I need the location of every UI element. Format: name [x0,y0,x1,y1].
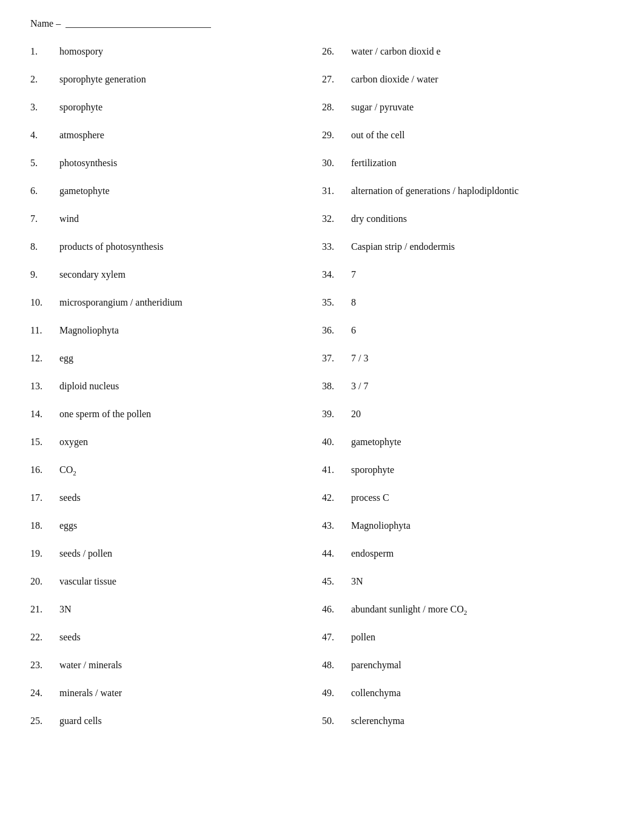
item-number: 3. [30,102,59,113]
item-answer: sclerenchyma [351,716,404,726]
list-item: 7.wind [30,213,322,230]
item-answer: microsporangium / antheridium [59,297,183,308]
item-answer: carbon dioxide / water [351,74,438,85]
item-number: 15. [30,437,59,448]
list-item: 2.sporophyte generation [30,74,322,91]
item-answer: atmosphere [59,130,104,141]
item-answer: vascular tissue [59,576,116,587]
list-item: 34.7 [322,269,614,286]
name-line [65,27,211,28]
list-item: 47.pollen [322,632,614,649]
item-answer: oxygen [59,437,88,448]
item-answer: dry conditions [351,213,407,224]
item-answer: CO2 [59,464,76,477]
item-number: 33. [322,241,351,252]
list-item: 27.carbon dioxide / water [322,74,614,91]
item-answer: one sperm of the pollen [59,409,151,420]
item-answer: endosperm [351,548,394,559]
item-number: 39. [322,409,351,420]
item-number: 50. [322,716,351,726]
item-number: 44. [322,548,351,559]
item-answer: Magnoliophyta [351,520,411,531]
item-number: 45. [322,576,351,587]
list-item: 5. photosynthesis [30,158,322,175]
item-number: 47. [322,632,351,643]
item-number: 26. [322,46,351,57]
item-answer: sporophyte [351,464,394,475]
item-answer: 3N [351,576,363,587]
list-item: 24.minerals / water [30,688,322,705]
item-answer: Caspian strip / endodermis [351,241,455,252]
list-item: 13.diploid nucleus [30,381,322,398]
item-answer: process C [351,492,389,503]
item-number: 11. [30,325,59,336]
list-item: 32.dry conditions [322,213,614,230]
item-answer: secondary xylem [59,269,126,280]
list-item: 14.one sperm of the pollen [30,409,322,426]
list-item: 33.Caspian strip / endodermis [322,241,614,258]
item-number: 36. [322,325,351,336]
list-item: 11.Magnoliophyta [30,325,322,342]
item-answer: Magnoliophyta [59,325,119,336]
item-number: 9. [30,269,59,280]
name-label: Name – [30,18,61,29]
item-number: 34. [322,269,351,280]
list-item: 48.parenchymal [322,660,614,677]
item-number: 16. [30,464,59,475]
item-answer: 6 [351,325,356,336]
item-number: 13. [30,381,59,392]
item-number: 18. [30,520,59,531]
item-answer: parenchymal [351,660,401,671]
item-answer: collenchyma [351,688,401,699]
list-item: 38.3 / 7 [322,381,614,398]
list-item: 6.gametophyte [30,186,322,203]
list-item: 4.atmosphere [30,130,322,147]
item-number: 12. [30,353,59,364]
item-number: 38. [322,381,351,392]
item-number: 29. [322,130,351,141]
item-number: 40. [322,437,351,448]
item-answer: seeds [59,632,81,643]
list-item: 36.6 [322,325,614,342]
list-item: 43.Magnoliophyta [322,520,614,537]
list-item: 50.sclerenchyma [322,716,614,733]
list-item: 19.seeds / pollen [30,548,322,565]
list-item: 41.sporophyte [322,464,614,481]
item-answer: gametophyte [59,186,110,196]
list-item: 21.3N [30,604,322,621]
name-row: Name – [30,18,614,29]
item-answer: sugar / pyruvate [351,102,414,113]
item-answer: gametophyte [351,437,401,448]
item-number: 23. [30,660,59,671]
item-answer: out of the cell [351,130,404,141]
item-answer: egg [59,353,73,364]
item-number: 37. [322,353,351,364]
item-number: 25. [30,716,59,726]
list-item: 31.alternation of generations / haplodip… [322,186,614,203]
list-item: 35.8 [322,297,614,314]
item-number: 49. [322,688,351,699]
item-number: 24. [30,688,59,699]
list-item: 17.seeds [30,492,322,509]
item-answer: 8 [351,297,356,308]
item-number: 41. [322,464,351,475]
list-item: 44.endosperm [322,548,614,565]
item-answer: 7 / 3 [351,353,368,364]
item-number: 31. [322,186,351,196]
item-number: 22. [30,632,59,643]
item-answer: fertilization [351,158,397,169]
item-number: 21. [30,604,59,615]
list-item: 23.water / minerals [30,660,322,677]
item-number: 43. [322,520,351,531]
list-item: 46.abundant sunlight / more CO2 [322,604,614,621]
list-item: 29.out of the cell [322,130,614,147]
list-item: 16.CO2 [30,464,322,481]
item-number: 1. [30,46,59,57]
item-number: 8. [30,241,59,252]
item-answer: sporophyte generation [59,74,146,85]
list-item: 3.sporophyte [30,102,322,119]
item-answer: alternation of generations / haplodipldo… [351,186,518,196]
item-number: 32. [322,213,351,224]
item-number: 20. [30,576,59,587]
list-item: 42.process C [322,492,614,509]
